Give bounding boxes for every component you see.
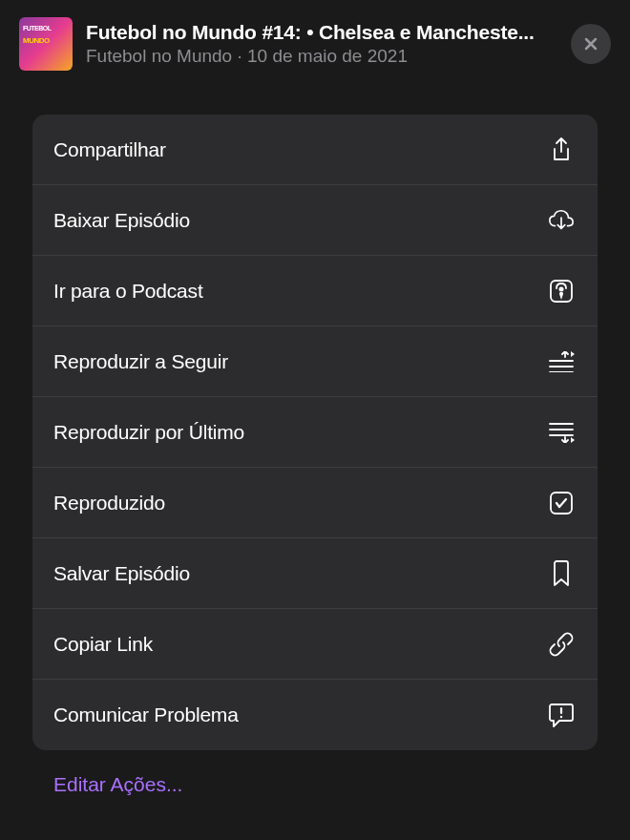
checkbox-checked-icon — [548, 490, 575, 516]
episode-title: Futebol no Mundo #14: • Chelsea e Manche… — [86, 21, 557, 44]
share-icon — [548, 136, 575, 163]
menu-item-report[interactable]: Comunicar Problema — [32, 680, 598, 750]
menu-item-download[interactable]: Baixar Episódio — [32, 185, 598, 256]
menu-label: Comunicar Problema — [53, 704, 239, 726]
podcast-icon — [548, 278, 575, 304]
menu-item-played[interactable]: Reproduzido — [32, 468, 598, 538]
header-text: Futebol no Mundo #14: • Chelsea e Manche… — [86, 21, 557, 67]
menu-label: Reproduzir por Último — [53, 421, 244, 444]
menu-label: Reproduzir a Seguir — [53, 350, 228, 373]
link-icon — [548, 631, 575, 658]
svg-rect-2 — [551, 493, 572, 514]
menu-item-play-next[interactable]: Reproduzir a Seguir — [32, 326, 598, 397]
episode-artwork — [19, 17, 73, 71]
menu-label: Baixar Episódio — [53, 209, 190, 232]
menu-item-play-last[interactable]: Reproduzir por Último — [32, 397, 598, 468]
menu-label: Salvar Episódio — [53, 562, 190, 585]
menu-item-copy-link[interactable]: Copiar Link — [32, 609, 598, 680]
svg-point-1 — [559, 286, 564, 291]
menu-item-share[interactable]: Compartilhar — [32, 115, 598, 185]
menu-item-goto-podcast[interactable]: Ir para o Podcast — [32, 256, 598, 326]
report-icon — [548, 702, 575, 728]
svg-point-3 — [560, 716, 562, 718]
menu-item-save[interactable]: Salvar Episódio — [32, 538, 598, 609]
close-button[interactable] — [571, 24, 611, 64]
menu-label: Reproduzido — [53, 492, 165, 514]
edit-actions-link[interactable]: Editar Ações... — [53, 773, 598, 796]
menu-label: Ir para o Podcast — [53, 280, 203, 303]
header: Futebol no Mundo #14: • Chelsea e Manche… — [0, 0, 630, 88]
context-menu: Compartilhar Baixar Episódio Ir para o P… — [32, 115, 598, 750]
bookmark-icon — [548, 560, 575, 587]
play-next-icon — [548, 348, 575, 375]
menu-label: Copiar Link — [53, 633, 153, 656]
menu-label: Compartilhar — [53, 138, 166, 161]
download-cloud-icon — [548, 207, 575, 234]
close-icon — [581, 34, 600, 53]
play-last-icon — [548, 419, 575, 446]
episode-subtitle: Futebol no Mundo · 10 de maio de 2021 — [86, 46, 557, 67]
